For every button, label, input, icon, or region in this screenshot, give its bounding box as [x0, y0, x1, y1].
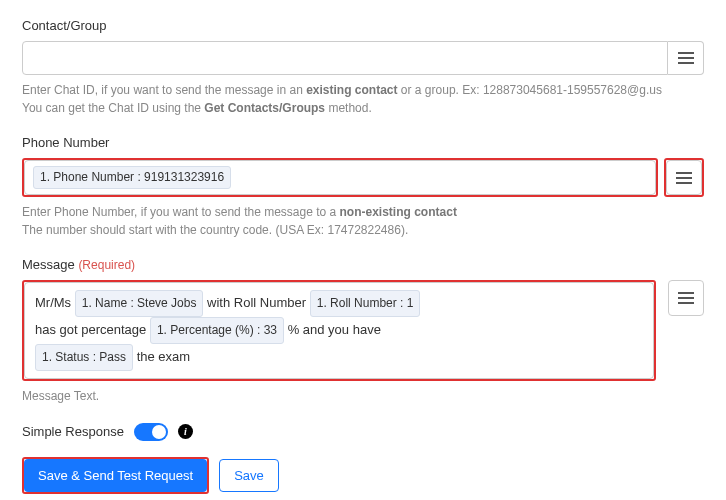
simple-response-toggle[interactable] — [134, 423, 168, 441]
contact-group-options-button[interactable] — [668, 41, 704, 75]
message-text-part: the exam — [137, 349, 190, 364]
save-button[interactable]: Save — [219, 459, 279, 492]
info-icon[interactable]: i — [178, 424, 193, 439]
phone-number-input[interactable]: 1. Phone Number : 919131323916 — [24, 160, 656, 195]
phone-number-help: Enter Phone Number, if you want to send … — [22, 203, 704, 239]
required-indicator: (Required) — [78, 258, 135, 272]
message-text-part: Mr/Ms — [35, 295, 71, 310]
simple-response-label: Simple Response — [22, 424, 124, 439]
message-help: Message Text. — [22, 387, 704, 405]
message-name-token[interactable]: 1. Name : Steve Jobs — [75, 290, 204, 317]
phone-number-label: Phone Number — [22, 135, 704, 150]
message-input[interactable]: Mr/Ms 1. Name : Steve Jobs with Roll Num… — [24, 282, 654, 378]
message-text-part: has got percentage — [35, 322, 146, 337]
message-roll-token[interactable]: 1. Roll Number : 1 — [310, 290, 421, 317]
message-text-part: % and you have — [288, 322, 381, 337]
contact-group-label: Contact/Group — [22, 18, 704, 33]
phone-number-token[interactable]: 1. Phone Number : 919131323916 — [33, 166, 231, 189]
message-status-token[interactable]: 1. Status : Pass — [35, 344, 133, 371]
message-percentage-token[interactable]: 1. Percentage (%) : 33 — [150, 317, 284, 344]
hamburger-icon — [678, 52, 694, 64]
contact-group-input[interactable] — [22, 41, 668, 75]
hamburger-icon — [676, 172, 692, 184]
message-options-button[interactable] — [668, 280, 704, 316]
contact-group-help: Enter Chat ID, if you want to send the m… — [22, 81, 704, 117]
phone-number-options-button[interactable] — [666, 160, 702, 195]
hamburger-icon — [678, 292, 694, 304]
message-label: Message (Required) — [22, 257, 704, 272]
save-send-test-request-button[interactable]: Save & Send Test Request — [24, 459, 207, 492]
message-text-part: with Roll Number — [207, 295, 306, 310]
